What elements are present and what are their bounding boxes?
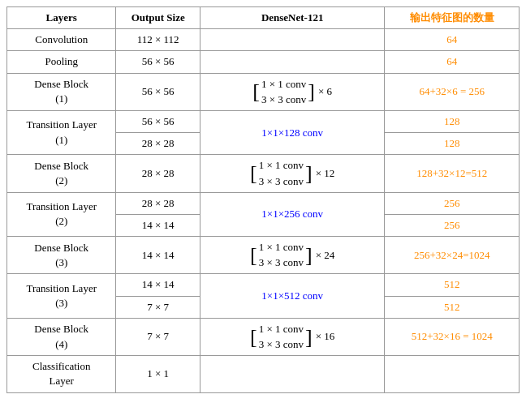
feature-count: 128 <box>385 133 520 155</box>
feature-count: 64 <box>385 29 520 51</box>
layer-name: Transition Layer(1) <box>7 110 116 154</box>
dense-config <box>200 51 385 73</box>
output-size: 14 × 14 <box>116 214 200 236</box>
dense-config: [ 1 × 1 conv 3 × 3 conv ] × 24 <box>200 237 385 274</box>
feature-count <box>385 356 520 392</box>
layer-name: Transition Layer(3) <box>7 274 116 318</box>
feature-count: 64 <box>385 51 520 73</box>
table-row: Convolution112 × 11264 <box>7 29 520 51</box>
dense-config <box>200 356 385 392</box>
feature-count: 512 <box>385 296 520 318</box>
layer-name: Dense Block(2) <box>7 155 116 192</box>
dense-config: [ 1 × 1 conv 3 × 3 conv ] × 16 <box>200 318 385 355</box>
header-output: Output Size <box>116 7 200 29</box>
layer-name: Dense Block(1) <box>7 73 116 110</box>
feature-count: 512+32×16 = 1024 <box>385 318 520 355</box>
dense-config: 1×1×256 conv <box>200 192 385 236</box>
dense-config <box>200 29 385 51</box>
layer-name: Dense Block(4) <box>7 318 116 355</box>
output-size: 56 × 56 <box>116 110 200 132</box>
output-size: 28 × 28 <box>116 192 200 214</box>
layer-name: Dense Block(3) <box>7 237 116 274</box>
table-row: Pooling56 × 5664 <box>7 51 520 73</box>
layer-name: Classification Layer <box>7 356 116 392</box>
dense-config: [ 1 × 1 conv 3 × 3 conv ] × 12 <box>200 155 385 192</box>
feature-count: 256+32×24=1024 <box>385 237 520 274</box>
table-row: Dense Block(1)56 × 56 [ 1 × 1 conv 3 × 3… <box>7 73 520 110</box>
dense-config: 1×1×512 conv <box>200 274 385 318</box>
table-row: Transition Layer(2)28 × 281×1×256 conv25… <box>7 192 520 214</box>
header-dense: DenseNet-121 <box>200 7 385 29</box>
output-size: 56 × 56 <box>116 73 200 110</box>
layer-name: Pooling <box>7 51 116 73</box>
output-size: 28 × 28 <box>116 133 200 155</box>
feature-count: 256 <box>385 192 520 214</box>
table-row: Dense Block(2)28 × 28 [ 1 × 1 conv 3 × 3… <box>7 155 520 192</box>
layer-name: Convolution <box>7 29 116 51</box>
table-row: Dense Block(3)14 × 14 [ 1 × 1 conv 3 × 3… <box>7 237 520 274</box>
feature-count: 128+32×12=512 <box>385 155 520 192</box>
header-feature: 输出特征图的数量 <box>385 7 520 29</box>
output-size: 7 × 7 <box>116 318 200 355</box>
output-size: 14 × 14 <box>116 274 200 296</box>
dense-config: [ 1 × 1 conv 3 × 3 conv ] × 6 <box>200 73 385 110</box>
densenet-table: Layers Output Size DenseNet-121 输出特征图的数量… <box>6 6 520 393</box>
table-row: Transition Layer(3)14 × 141×1×512 conv51… <box>7 274 520 296</box>
output-size: 1 × 1 <box>116 356 200 392</box>
output-size: 112 × 112 <box>116 29 200 51</box>
output-size: 28 × 28 <box>116 155 200 192</box>
layer-name: Transition Layer(2) <box>7 192 116 236</box>
output-size: 56 × 56 <box>116 51 200 73</box>
feature-count: 64+32×6 = 256 <box>385 73 520 110</box>
feature-count: 128 <box>385 110 520 132</box>
table-row: Classification Layer1 × 1 <box>7 356 520 392</box>
table-row: Transition Layer(1)56 × 561×1×128 conv12… <box>7 110 520 132</box>
feature-count: 256 <box>385 214 520 236</box>
output-size: 14 × 14 <box>116 237 200 274</box>
table-row: Dense Block(4)7 × 7 [ 1 × 1 conv 3 × 3 c… <box>7 318 520 355</box>
feature-count: 512 <box>385 274 520 296</box>
output-size: 7 × 7 <box>116 296 200 318</box>
header-layers: Layers <box>7 7 116 29</box>
dense-config: 1×1×128 conv <box>200 110 385 154</box>
